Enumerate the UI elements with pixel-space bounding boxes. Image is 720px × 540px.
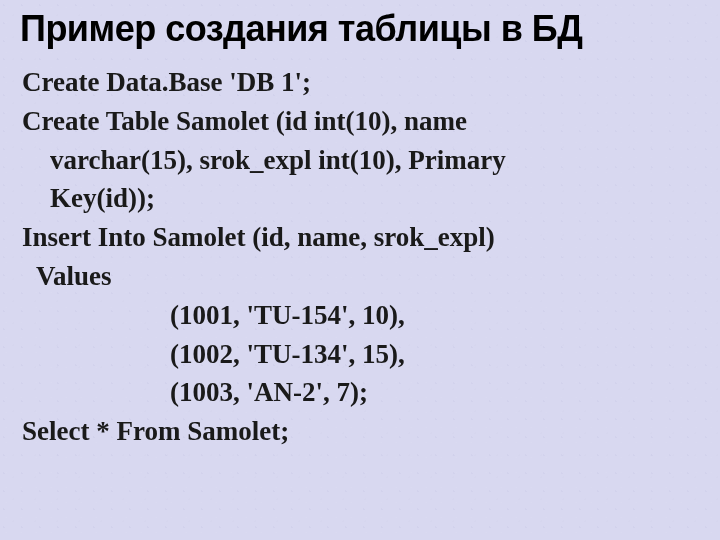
code-line: Select * From Samolet; [22, 413, 698, 451]
code-line: Create Table Samolet (id int(10), name [22, 103, 698, 141]
code-line: Values [22, 258, 698, 296]
code-line: Key(id)); [22, 180, 698, 218]
code-line: (1001, 'TU-154', 10), [22, 297, 698, 335]
code-line: (1002, 'TU-134', 15), [22, 336, 698, 374]
code-line: varchar(15), srok_expl int(10), Primary [22, 142, 698, 180]
code-line: Insert Into Samolet (id, name, srok_expl… [22, 219, 698, 257]
sql-content: Create Data.Base 'DB 1'; Create Table Sa… [0, 64, 720, 451]
code-line: Create Data.Base 'DB 1'; [22, 64, 698, 102]
slide-title: Пример создания таблицы в БД [0, 0, 720, 64]
code-line: (1003, 'AN-2', 7); [22, 374, 698, 412]
